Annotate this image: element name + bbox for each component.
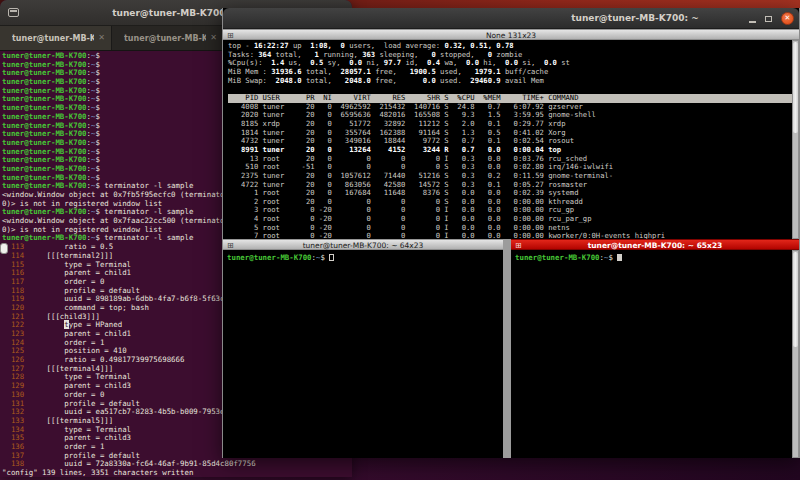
- maximize-icon[interactable]: [765, 16, 772, 22]
- top-command-output: top - 16:22:27 up 1:08, 0 users, load av…: [223, 40, 799, 239]
- tab-1-label: tuner@tuner-MB-K7...: [12, 34, 94, 43]
- text-cursor: [617, 254, 621, 262]
- shell-prompt: tuner@tuner-MB-K700:~$: [511, 250, 799, 262]
- bottom-right-pane-scrollbar[interactable]: [792, 250, 799, 458]
- top-pane-title: None 131x23: [486, 31, 536, 40]
- bottom-right-pane-terminal[interactable]: tuner@tuner-MB-K700:~$: [511, 250, 799, 458]
- pane-grid-icon: ⊞: [515, 241, 522, 250]
- tab-1[interactable]: tuner@tuner-MB-K7... ✕: [0, 26, 112, 50]
- top-pane-titlebar[interactable]: ⊞ None 131x23: [223, 29, 799, 40]
- terminator-window-title: tuner@tuner-MB-K700: ~: [571, 13, 699, 23]
- pane-grid-icon: ⊞: [227, 241, 234, 250]
- text-cursor: [329, 254, 333, 262]
- back-window-title: tuner@tuner-MB-K700: ~: [112, 8, 240, 18]
- tab-2[interactable]: tuner@tuner-MB-K7... ✕: [112, 26, 224, 50]
- bottom-right-pane-titlebar[interactable]: ⊞ tuner@tuner-MB-K700: ~ 65x23: [511, 239, 799, 250]
- close-icon[interactable]: ✕: [781, 12, 794, 25]
- tab-close-icon[interactable]: ✕: [210, 34, 217, 42]
- window-restore-icon: [8, 8, 19, 17]
- top-summary-line: MiB Swap: 2048.0 total, 2048.0 free, 0.0…: [228, 77, 799, 86]
- bottom-left-pane-terminal[interactable]: tuner@tuner-MB-K700:~$: [223, 250, 503, 458]
- bottom-left-pane-titlebar[interactable]: ⊞ tuner@tuner-MB-K700: ~ 64x23: [223, 239, 503, 250]
- terminal-line: "config" 139 lines, 3351 characters writ…: [2, 469, 352, 477]
- top-pane-scrollbar[interactable]: [792, 40, 799, 239]
- mouse-cursor: [0, 243, 8, 254]
- window-controls: ✕: [749, 8, 794, 29]
- pane-splitter[interactable]: [503, 239, 511, 458]
- terminator-titlebar[interactable]: tuner@tuner-MB-K700: ~ ✕: [223, 8, 799, 29]
- minimize-icon[interactable]: [749, 21, 756, 23]
- shell-prompt: tuner@tuner-MB-K700:~$: [223, 250, 503, 262]
- bottom-right-pane-title: tuner@tuner-MB-K700: ~ 65x23: [588, 241, 723, 250]
- pane-grid-icon: ⊞: [227, 31, 234, 40]
- tab-close-icon[interactable]: ✕: [98, 34, 105, 42]
- tab-2-label: tuner@tuner-MB-K7...: [124, 34, 206, 43]
- bottom-left-pane-title: tuner@tuner-MB-K700: ~ 64x23: [303, 241, 424, 250]
- top-pane-terminal[interactable]: top - 16:22:27 up 1:08, 0 users, load av…: [223, 40, 799, 239]
- terminator-window: tuner@tuner-MB-K700: ~ ✕ ⊞ None 131x23 t…: [222, 8, 800, 458]
